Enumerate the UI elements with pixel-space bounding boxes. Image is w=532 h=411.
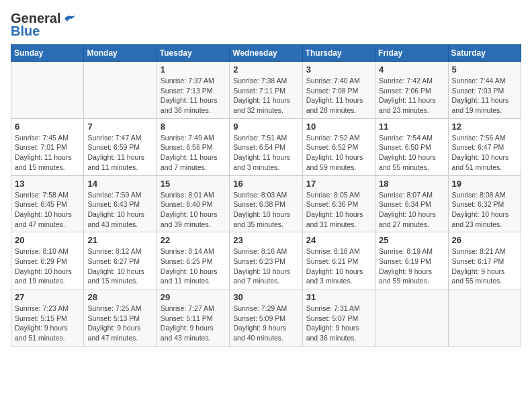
calendar-cell [375, 289, 448, 347]
day-info: Sunrise: 7:45 AM Sunset: 7:01 PM Dayligh… [15, 133, 80, 173]
calendar-cell: 12Sunrise: 7:56 AM Sunset: 6:47 PM Dayli… [448, 118, 521, 175]
day-number: 26 [452, 235, 517, 245]
calendar-week-row: 20Sunrise: 8:10 AM Sunset: 6:29 PM Dayli… [11, 232, 521, 289]
day-info: Sunrise: 8:01 AM Sunset: 6:40 PM Dayligh… [161, 190, 226, 230]
day-info: Sunrise: 7:54 AM Sunset: 6:50 PM Dayligh… [379, 133, 444, 173]
day-info: Sunrise: 7:25 AM Sunset: 5:13 PM Dayligh… [87, 304, 152, 343]
calendar-cell: 20Sunrise: 8:10 AM Sunset: 6:29 PM Dayli… [11, 232, 84, 289]
day-number: 20 [15, 235, 80, 245]
calendar-header-row: SundayMondayTuesdayWednesdayThursdayFrid… [11, 45, 521, 62]
day-info: Sunrise: 8:21 AM Sunset: 6:17 PM Dayligh… [452, 246, 517, 286]
day-number: 24 [306, 235, 371, 245]
calendar-week-row: 1Sunrise: 7:37 AM Sunset: 7:13 PM Daylig… [11, 62, 521, 119]
calendar-cell: 9Sunrise: 7:51 AM Sunset: 6:54 PM Daylig… [230, 118, 302, 175]
day-info: Sunrise: 7:42 AM Sunset: 7:06 PM Dayligh… [379, 76, 444, 116]
calendar-cell [84, 62, 157, 119]
day-info: Sunrise: 7:23 AM Sunset: 5:15 PM Dayligh… [15, 304, 80, 343]
day-info: Sunrise: 8:12 AM Sunset: 6:27 PM Dayligh… [87, 246, 152, 286]
day-info: Sunrise: 8:18 AM Sunset: 6:21 PM Dayligh… [306, 246, 371, 286]
day-number: 7 [87, 122, 152, 132]
calendar-cell: 4Sunrise: 7:42 AM Sunset: 7:06 PM Daylig… [375, 62, 448, 119]
day-number: 5 [452, 64, 517, 75]
day-number: 3 [306, 64, 371, 75]
calendar-cell: 26Sunrise: 8:21 AM Sunset: 6:17 PM Dayli… [448, 232, 521, 289]
day-number: 21 [87, 235, 152, 245]
calendar-cell: 10Sunrise: 7:52 AM Sunset: 6:52 PM Dayli… [302, 118, 375, 175]
day-number: 14 [87, 179, 152, 189]
calendar-cell: 29Sunrise: 7:27 AM Sunset: 5:11 PM Dayli… [157, 289, 229, 347]
day-number: 27 [15, 292, 80, 302]
day-info: Sunrise: 8:08 AM Sunset: 6:32 PM Dayligh… [452, 190, 517, 230]
day-number: 6 [15, 122, 80, 132]
calendar-cell: 15Sunrise: 8:01 AM Sunset: 6:40 PM Dayli… [157, 175, 229, 232]
calendar-cell: 8Sunrise: 7:49 AM Sunset: 6:56 PM Daylig… [157, 118, 229, 175]
day-info: Sunrise: 7:40 AM Sunset: 7:08 PM Dayligh… [306, 76, 371, 116]
day-info: Sunrise: 8:16 AM Sunset: 6:23 PM Dayligh… [233, 246, 298, 286]
calendar-week-row: 27Sunrise: 7:23 AM Sunset: 5:15 PM Dayli… [11, 289, 521, 347]
day-number: 2 [233, 64, 298, 75]
day-number: 19 [452, 179, 517, 189]
calendar-cell: 22Sunrise: 8:14 AM Sunset: 6:25 PM Dayli… [157, 232, 229, 289]
calendar-header-thursday: Thursday [302, 45, 375, 62]
day-info: Sunrise: 7:58 AM Sunset: 6:45 PM Dayligh… [15, 190, 80, 230]
calendar-header-sunday: Sunday [11, 45, 84, 62]
calendar-cell: 28Sunrise: 7:25 AM Sunset: 5:13 PM Dayli… [84, 289, 157, 347]
day-info: Sunrise: 8:10 AM Sunset: 6:29 PM Dayligh… [15, 246, 80, 286]
day-number: 8 [161, 122, 226, 132]
calendar-cell: 16Sunrise: 8:03 AM Sunset: 6:38 PM Dayli… [230, 175, 302, 232]
day-number: 9 [233, 122, 298, 132]
calendar-cell: 1Sunrise: 7:37 AM Sunset: 7:13 PM Daylig… [157, 62, 229, 119]
calendar-cell [11, 62, 84, 119]
page-header: General Blue [11, 11, 521, 39]
calendar-cell: 13Sunrise: 7:58 AM Sunset: 6:45 PM Dayli… [11, 175, 84, 232]
day-info: Sunrise: 7:44 AM Sunset: 7:03 PM Dayligh… [452, 76, 517, 116]
calendar-cell [448, 289, 521, 347]
day-info: Sunrise: 8:07 AM Sunset: 6:34 PM Dayligh… [379, 190, 444, 230]
day-number: 10 [306, 122, 371, 132]
day-number: 31 [306, 292, 371, 302]
day-number: 15 [161, 179, 226, 189]
day-number: 30 [233, 292, 298, 302]
day-number: 1 [161, 64, 226, 75]
calendar-header-friday: Friday [375, 45, 448, 62]
calendar-cell: 25Sunrise: 8:19 AM Sunset: 6:19 PM Dayli… [375, 232, 448, 289]
calendar-cell: 19Sunrise: 8:08 AM Sunset: 6:32 PM Dayli… [448, 175, 521, 232]
calendar-cell: 7Sunrise: 7:47 AM Sunset: 6:59 PM Daylig… [84, 118, 157, 175]
logo: General Blue [11, 11, 77, 39]
day-info: Sunrise: 7:38 AM Sunset: 7:11 PM Dayligh… [233, 76, 298, 116]
logo-bird-icon [62, 13, 77, 24]
calendar-cell: 31Sunrise: 7:31 AM Sunset: 5:07 PM Dayli… [302, 289, 375, 347]
day-number: 22 [161, 235, 226, 245]
calendar-cell: 30Sunrise: 7:29 AM Sunset: 5:09 PM Dayli… [230, 289, 302, 347]
calendar-header-saturday: Saturday [448, 45, 521, 62]
calendar-cell: 14Sunrise: 7:59 AM Sunset: 6:43 PM Dayli… [84, 175, 157, 232]
day-number: 12 [452, 122, 517, 132]
day-info: Sunrise: 7:51 AM Sunset: 6:54 PM Dayligh… [233, 133, 298, 173]
calendar-header-monday: Monday [84, 45, 157, 62]
day-info: Sunrise: 7:59 AM Sunset: 6:43 PM Dayligh… [87, 190, 152, 230]
day-number: 23 [233, 235, 298, 245]
day-info: Sunrise: 7:56 AM Sunset: 6:47 PM Dayligh… [452, 133, 517, 173]
day-number: 17 [306, 179, 371, 189]
calendar-cell: 17Sunrise: 8:05 AM Sunset: 6:36 PM Dayli… [302, 175, 375, 232]
day-info: Sunrise: 8:19 AM Sunset: 6:19 PM Dayligh… [379, 246, 444, 286]
calendar-cell: 11Sunrise: 7:54 AM Sunset: 6:50 PM Dayli… [375, 118, 448, 175]
calendar-week-row: 6Sunrise: 7:45 AM Sunset: 7:01 PM Daylig… [11, 118, 521, 175]
calendar-cell: 24Sunrise: 8:18 AM Sunset: 6:21 PM Dayli… [302, 232, 375, 289]
day-number: 16 [233, 179, 298, 189]
calendar-cell: 5Sunrise: 7:44 AM Sunset: 7:03 PM Daylig… [448, 62, 521, 119]
calendar-cell: 2Sunrise: 7:38 AM Sunset: 7:11 PM Daylig… [230, 62, 302, 119]
calendar-cell: 27Sunrise: 7:23 AM Sunset: 5:15 PM Dayli… [11, 289, 84, 347]
day-number: 11 [379, 122, 444, 132]
logo-blue-text: Blue [11, 24, 40, 39]
day-number: 4 [379, 64, 444, 75]
day-info: Sunrise: 8:05 AM Sunset: 6:36 PM Dayligh… [306, 190, 371, 230]
day-info: Sunrise: 8:03 AM Sunset: 6:38 PM Dayligh… [233, 190, 298, 230]
calendar-table: SundayMondayTuesdayWednesdayThursdayFrid… [11, 44, 521, 347]
day-info: Sunrise: 7:29 AM Sunset: 5:09 PM Dayligh… [233, 304, 298, 343]
calendar-week-row: 13Sunrise: 7:58 AM Sunset: 6:45 PM Dayli… [11, 175, 521, 232]
day-info: Sunrise: 7:49 AM Sunset: 6:56 PM Dayligh… [161, 133, 226, 173]
day-info: Sunrise: 7:27 AM Sunset: 5:11 PM Dayligh… [161, 304, 226, 343]
day-info: Sunrise: 7:52 AM Sunset: 6:52 PM Dayligh… [306, 133, 371, 173]
calendar-cell: 3Sunrise: 7:40 AM Sunset: 7:08 PM Daylig… [302, 62, 375, 119]
